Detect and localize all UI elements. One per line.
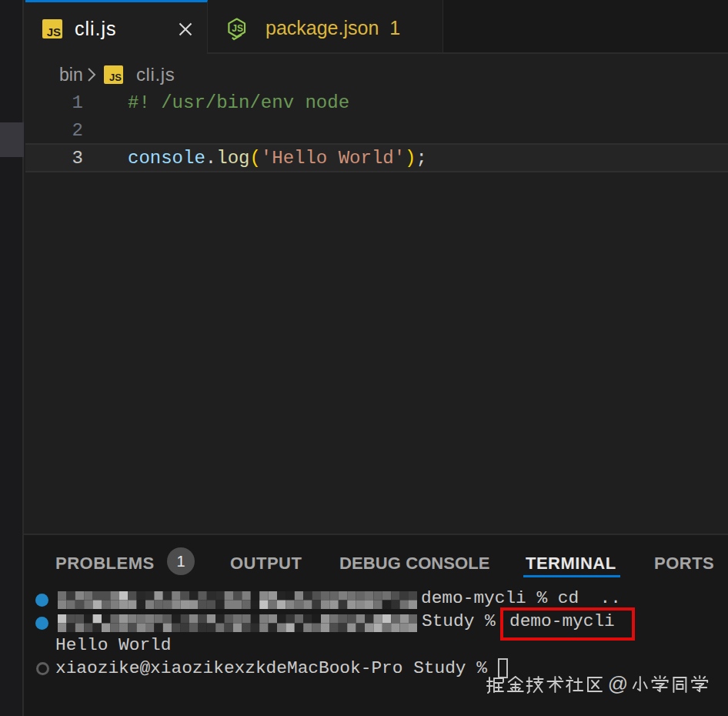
svg-text:JS: JS [232, 23, 243, 34]
svg-text:@: @ [608, 674, 628, 695]
